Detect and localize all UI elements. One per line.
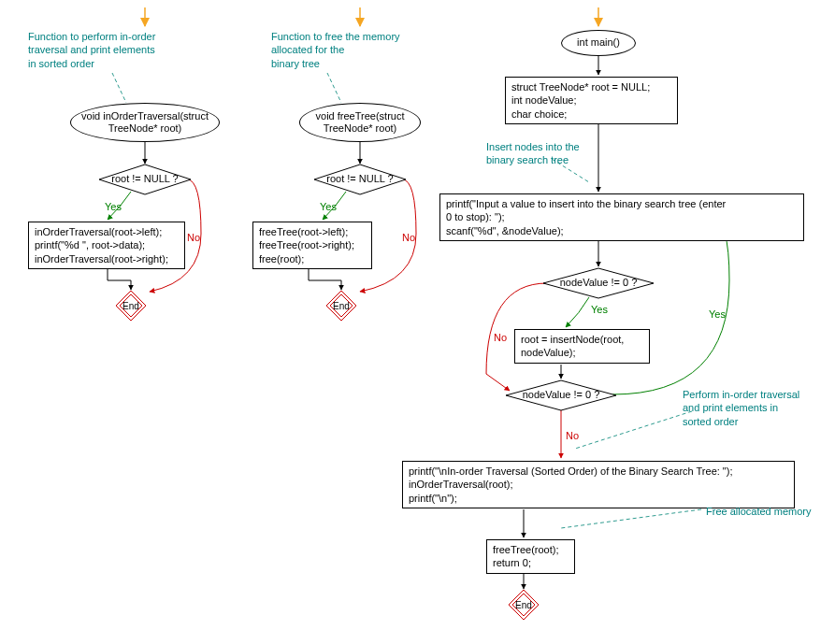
flow3-cond1-text: nodeValue != 0 ? <box>560 277 638 289</box>
flow3-decls: struct TreeNode* root = NULL; int nodeVa… <box>505 77 678 124</box>
svg-line-19 <box>575 411 692 449</box>
flow2-end-text: End <box>325 290 357 322</box>
flow3-comment2: Perform in-order traversal and print ele… <box>683 388 799 428</box>
flow3-start-node: int main() <box>561 30 636 56</box>
flow2-yes: Yes <box>320 201 337 212</box>
flow3-free: freeTree(root); return 0; <box>486 539 575 574</box>
flow1-yes: Yes <box>105 201 122 212</box>
flow2-cond-text: root != NULL ? <box>326 173 393 185</box>
flow3-insert: root = insertNode(root, nodeValue); <box>514 329 650 364</box>
flow3-cond1: nodeValue != 0 ? <box>542 267 655 299</box>
flow3-cond1-no: No <box>494 332 507 343</box>
flow2-start-node: void freeTree(struct TreeNode* root) <box>299 103 421 142</box>
flow1-end: End <box>115 290 147 322</box>
flow1-start-text: void inOrderTraversal(struct TreeNode* r… <box>79 110 211 135</box>
flow3-comment3: Free allocated memory <box>706 505 812 518</box>
flow1-comment: Function to perform in-order traversal a… <box>28 30 155 70</box>
svg-line-1 <box>112 73 126 103</box>
flow1-cond-text: root != NULL ? <box>111 173 178 185</box>
flow2-end: End <box>325 290 357 322</box>
flow2-body: freeTree(root->left); freeTree(root->rig… <box>252 222 372 269</box>
flow3-cond1-yes: Yes <box>591 304 608 315</box>
flow3-cond2-yes: Yes <box>709 308 726 320</box>
flow3-cond2: nodeValue != 0 ? <box>505 379 617 411</box>
flow2-start-text: void freeTree(struct TreeNode* root) <box>308 110 412 135</box>
flow2-cond: root != NULL ? <box>313 164 407 195</box>
flow3-traversal: printf("\nIn-order Traversal (Sorted Ord… <box>402 461 795 508</box>
flow1-start-node: void inOrderTraversal(struct TreeNode* r… <box>70 103 220 142</box>
flow2-comment: Function to free the memory allocated fo… <box>271 30 400 70</box>
svg-line-21 <box>561 509 701 528</box>
flow3-prompt: printf("Input a value to insert into the… <box>439 193 804 241</box>
flow3-comment1: Insert nodes into the binary search tree <box>486 140 580 167</box>
svg-line-7 <box>327 73 341 103</box>
flow3-end-text: End <box>508 589 540 621</box>
flowchart-connectors <box>0 0 835 644</box>
flow1-body: inOrderTraversal(root->left); printf("%d… <box>28 222 185 269</box>
flow3-cond2-text: nodeValue != 0 ? <box>523 389 600 401</box>
flow1-no: No <box>187 232 200 243</box>
flow3-start-text: int main() <box>577 36 620 49</box>
flow1-cond: root != NULL ? <box>98 164 192 195</box>
flow1-end-text: End <box>115 290 147 322</box>
flow3-cond2-no: No <box>566 430 579 441</box>
flow2-no: No <box>402 232 415 243</box>
flow3-end: End <box>508 589 540 621</box>
